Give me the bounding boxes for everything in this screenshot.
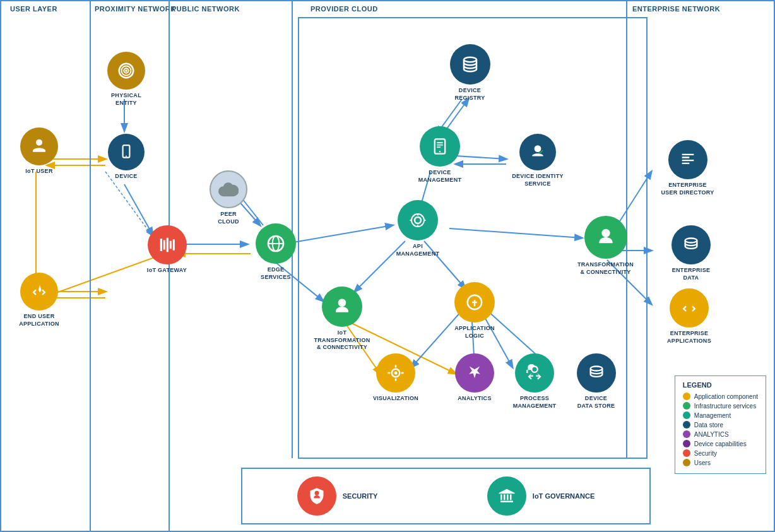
security-label: SECURITY: [343, 492, 378, 500]
iot-user-node: IoT USER: [14, 127, 64, 175]
bottom-section: SECURITY IoT GOVERNANCE: [241, 468, 651, 524]
application-logic-label: APPLICATIONLOGIC: [454, 325, 495, 340]
legend-label-infrastructure: Infrastructure services: [694, 403, 756, 410]
svg-point-38: [126, 155, 127, 157]
device-data-store-circle: [577, 353, 616, 393]
visualization-label: VISUALIZATION: [373, 395, 418, 403]
security-circle: [297, 476, 336, 516]
api-management-node: APIMANAGEMENT: [389, 200, 446, 257]
iot-gateway-circle: [148, 225, 187, 264]
analytics-node: ANALYTICS: [449, 353, 500, 403]
end-user-app-circle: [20, 273, 58, 310]
iot-user-label: IoT USER: [25, 168, 52, 175]
svg-point-36: [125, 69, 127, 72]
application-logic-node: APPLICATIONLOGIC: [446, 282, 503, 340]
peer-cloud-label: PEERCLOUD: [218, 211, 239, 225]
svg-point-49: [439, 151, 441, 152]
enterprise-network-header: ENTERPRISE NETWORK: [632, 5, 720, 13]
device-management-circle: [420, 126, 460, 167]
svg-point-55: [413, 215, 415, 217]
svg-rect-41: [166, 238, 168, 252]
device-management-node: DEVICEMANAGEMENT: [411, 126, 468, 184]
legend-dot-device-cap: [683, 440, 690, 447]
edge-services-circle: [256, 223, 296, 264]
legend-label-users: Users: [694, 459, 711, 466]
legend-security: Security: [683, 449, 758, 457]
end-user-app-label: END USERAPPLICATION: [19, 313, 59, 328]
analytics-label: ANALYTICS: [458, 395, 491, 403]
iot-gateway-label: IoT GATEWAY: [147, 267, 187, 275]
legend-label-analytics: ANALYTICS: [694, 431, 729, 438]
legend-label-application: Application component: [694, 393, 758, 400]
legend-dot-datastore: [683, 421, 690, 429]
device-data-store-node: DEVICEDATA STORE: [569, 353, 623, 410]
legend-dot-infrastructure: [683, 402, 690, 410]
legend-infrastructure: Infrastructure services: [683, 402, 758, 410]
svg-point-57: [413, 224, 415, 226]
legend-dot-security: [683, 449, 690, 457]
device-circle: [108, 134, 145, 170]
svg-rect-39: [160, 239, 162, 251]
svg-point-60: [394, 372, 398, 375]
iot-governance-label: IoT GOVERNANCE: [533, 492, 595, 500]
device-identity-node: DEVICE IDENTITYSERVICE: [506, 134, 569, 187]
enterprise-data-label: ENTERPRISEDATA: [672, 267, 711, 281]
device-node: DEVICE: [104, 134, 148, 180]
svg-rect-40: [163, 240, 165, 250]
enterprise-user-dir-label: ENTERPRISEUSER DIRECTORY: [661, 182, 714, 196]
process-management-label: PROCESSMANAGEMENT: [513, 395, 557, 410]
legend-analytics: ANALYTICS: [683, 430, 758, 438]
user-layer-header: USER LAYER: [10, 5, 57, 13]
iot-gateway-node: IoT GATEWAY: [140, 225, 194, 275]
device-registry-node: DEVICEREGISTRY: [443, 44, 497, 102]
device-label: DEVICE: [115, 173, 137, 180]
edge-services-node: EDGESERVICES: [247, 223, 304, 281]
device-registry-label: DEVICEREGISTRY: [454, 87, 485, 102]
iot-transformation-label: IoT TRANSFORMATION& CONNECTIVITY: [311, 329, 374, 352]
peer-cloud-node: PEERCLOUD: [203, 170, 254, 225]
legend-label-management: Management: [694, 412, 731, 419]
svg-point-62: [685, 239, 697, 243]
security-item: SECURITY: [297, 476, 378, 516]
physical-entity-label: PHYSICALENTITY: [111, 92, 141, 107]
svg-point-56: [422, 215, 423, 217]
end-user-app-node: END USERAPPLICATION: [11, 273, 68, 328]
legend-box: LEGEND Application component Infrastruct…: [675, 375, 766, 474]
main-diagram: USER LAYER PROXIMITY NETWORK PUBLIC NETW…: [0, 0, 775, 532]
svg-point-58: [422, 224, 423, 226]
legend-device-cap: Device capabilities: [683, 440, 758, 447]
iot-governance-item: IoT GOVERNANCE: [487, 476, 595, 516]
legend-dot-analytics: [683, 430, 690, 438]
legend-label-device-cap: Device capabilities: [694, 440, 747, 447]
iot-governance-circle: [487, 476, 526, 516]
device-registry-circle: [450, 44, 490, 85]
iot-user-circle: [20, 127, 58, 165]
legend-title: LEGEND: [683, 381, 758, 389]
public-network-header: PUBLIC NETWORK: [172, 5, 240, 13]
iot-transformation-node: IoT TRANSFORMATION& CONNECTIVITY: [311, 287, 374, 352]
divider-1: [90, 1, 91, 531]
application-logic-circle: [454, 282, 495, 322]
peer-cloud-circle: [210, 170, 247, 208]
legend-datastore: Data store: [683, 421, 758, 429]
enterprise-data-circle: [671, 225, 711, 264]
legend-label-datastore: Data store: [694, 422, 723, 429]
process-management-node: PROCESSMANAGEMENT: [506, 353, 563, 410]
physical-entity-node: PHYSICALENTITY: [101, 52, 151, 107]
analytics-circle: [455, 353, 494, 393]
enterprise-user-dir-node: ENTERPRISEUSER DIRECTORY: [654, 140, 721, 196]
enterprise-apps-label: ENTERPRISEAPPLICATIONS: [667, 330, 711, 345]
legend-management: Management: [683, 411, 758, 419]
svg-point-53: [415, 217, 421, 223]
transformation-connectivity-label: TRANSFORMATION& CONNECTIVITY: [577, 261, 634, 276]
enterprise-apps-circle: [670, 288, 709, 328]
legend-application-component: Application component: [683, 393, 758, 400]
iot-transformation-circle: [322, 287, 362, 327]
device-identity-label: DEVICE IDENTITYSERVICE: [512, 173, 564, 187]
edge-services-label: EDGESERVICES: [261, 266, 291, 281]
enterprise-user-dir-circle: [668, 140, 707, 179]
physical-entity-circle: [107, 52, 145, 90]
legend-dot-users: [683, 459, 690, 466]
transformation-connectivity-node: TRANSFORMATION& CONNECTIVITY: [576, 216, 636, 276]
transformation-connectivity-circle: [584, 216, 627, 259]
